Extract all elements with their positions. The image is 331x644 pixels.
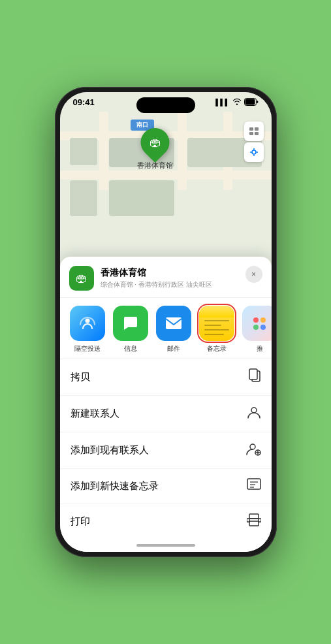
map-pin: 🏟 香港体育馆	[137, 128, 173, 170]
wifi-icon	[232, 98, 242, 106]
new-contact-icon	[247, 405, 261, 423]
venue-name: 香港体育馆	[101, 267, 262, 279]
svg-rect-4	[249, 132, 253, 135]
status-icons: ▌▌▌	[215, 98, 258, 107]
venue-sub: 综合体育馆 · 香港特别行政区 油尖旺区	[101, 280, 262, 289]
airdrop-label: 隔空投送	[74, 344, 101, 353]
mail-label: 邮件	[167, 344, 180, 353]
more-icon	[242, 306, 272, 341]
map-view-btn[interactable]	[244, 121, 264, 141]
svg-rect-25	[249, 521, 259, 526]
more-label: 推	[257, 344, 263, 353]
add-existing-icon	[245, 442, 261, 459]
dynamic-island	[136, 97, 195, 113]
action-add-existing[interactable]: 添加到现有联系人	[60, 432, 272, 469]
action-list: 拷贝 新建联系人	[60, 359, 272, 539]
print-icon	[247, 513, 261, 530]
notes-label: 备忘录	[207, 344, 227, 353]
airdrop-icon	[70, 306, 105, 341]
mail-icon	[156, 306, 191, 341]
phone-frame: 09:41 ▌▌▌	[55, 87, 277, 557]
svg-rect-12	[166, 317, 181, 329]
add-note-label: 添加到新快速备忘录	[71, 480, 159, 492]
sheet-header: 🏟 香港体育馆 综合体育馆 · 香港特别行政区 油尖旺区 ×	[60, 257, 272, 298]
copy-icon	[248, 368, 261, 386]
action-print[interactable]: 打印	[60, 504, 272, 539]
svg-point-16	[250, 444, 255, 449]
action-copy[interactable]: 拷贝	[60, 359, 272, 396]
map-controls	[244, 121, 264, 162]
svg-rect-1	[245, 99, 255, 105]
share-item-notes[interactable]: 备忘录	[198, 306, 235, 353]
svg-point-6	[252, 150, 256, 154]
svg-rect-5	[255, 132, 259, 135]
add-existing-label: 添加到现有联系人	[71, 444, 149, 457]
close-button[interactable]: ×	[245, 266, 262, 283]
status-time: 09:41	[73, 97, 95, 107]
svg-point-11	[85, 319, 89, 323]
new-contact-label: 新建联系人	[71, 408, 119, 420]
print-label: 打印	[71, 515, 90, 528]
add-note-icon	[247, 478, 261, 494]
pin-circle: 🏟	[134, 122, 175, 163]
action-new-contact[interactable]: 新建联系人	[60, 396, 272, 432]
notes-icon-container	[199, 306, 234, 341]
signal-icon: ▌▌▌	[215, 99, 229, 106]
svg-rect-2	[249, 127, 253, 131]
svg-rect-14	[249, 369, 257, 379]
svg-point-15	[251, 408, 257, 413]
share-item-mail[interactable]: 邮件	[155, 306, 192, 353]
notes-icon	[199, 306, 234, 341]
action-add-note[interactable]: 添加到新快速备忘录	[60, 469, 272, 504]
copy-label: 拷贝	[71, 371, 90, 383]
home-bar	[136, 544, 195, 547]
svg-rect-3	[255, 127, 259, 131]
messages-label: 信息	[124, 344, 137, 353]
phone-screen: 09:41 ▌▌▌	[60, 92, 272, 552]
home-indicator	[60, 539, 272, 552]
svg-rect-24	[249, 514, 259, 519]
share-item-airdrop[interactable]: 隔空投送	[69, 306, 106, 353]
location-btn[interactable]	[244, 142, 264, 162]
pin-inner: 🏟	[149, 136, 161, 150]
share-item-messages[interactable]: 信息	[112, 306, 149, 353]
battery-icon	[244, 98, 259, 107]
share-item-more[interactable]: 推	[242, 306, 272, 353]
bottom-sheet: 🏟 香港体育馆 综合体育馆 · 香港特别行政区 油尖旺区 ×	[60, 257, 272, 552]
venue-icon: 🏟	[69, 266, 94, 291]
share-row: 隔空投送 信息	[60, 298, 272, 359]
venue-info: 香港体育馆 综合体育馆 · 香港特别行政区 油尖旺区	[101, 267, 262, 289]
messages-icon	[113, 306, 148, 341]
